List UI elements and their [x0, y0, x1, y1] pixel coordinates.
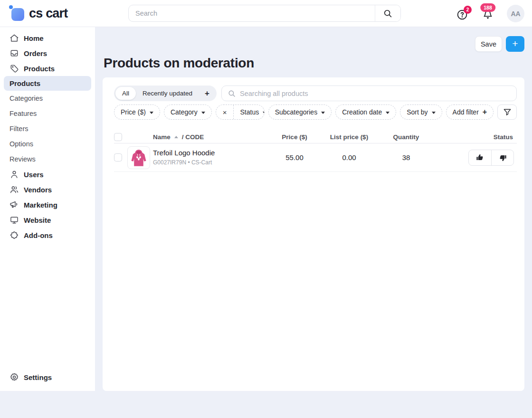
products-table: Name / CODE Price ($) List price ($) Qua… — [114, 131, 517, 172]
sidebar-item-label: Reviews — [10, 155, 36, 163]
cs-cart-logo-icon — [8, 4, 25, 23]
select-all-checkbox[interactable] — [114, 133, 122, 141]
products-search — [221, 86, 517, 101]
monitor-icon — [10, 215, 19, 225]
tag-icon — [10, 64, 19, 73]
search-icon — [383, 9, 393, 19]
filter-chip-status-group: × Status — [216, 104, 265, 120]
sidebar-item-marketing[interactable]: Marketing — [0, 197, 95, 212]
global-search-input[interactable] — [129, 5, 375, 21]
sort-asc-icon — [174, 136, 178, 138]
notifications-button[interactable]: 188 — [481, 7, 494, 21]
tab-recently-updated[interactable]: Recently updated — [136, 87, 199, 100]
sidebar-item-label: Settings — [24, 373, 52, 381]
filter-chip-subcategories[interactable]: Subcategories — [268, 104, 332, 120]
sidebar-subitem-reviews[interactable]: Reviews — [0, 152, 95, 167]
tab-all[interactable]: All — [115, 87, 136, 100]
plus-icon: + — [483, 108, 487, 116]
users-group-icon — [10, 185, 19, 194]
column-list-price[interactable]: List price ($) — [323, 133, 375, 141]
top-header: cs cart 2 188 AA — [0, 0, 532, 27]
moderation-status-toggle — [468, 150, 514, 166]
sidebar-item-label: Products — [10, 79, 40, 87]
product-price: 55.00 — [266, 153, 323, 162]
sidebar-item-label: Filters — [10, 125, 28, 133]
add-product-button[interactable]: + — [506, 36, 524, 52]
plus-icon: + — [512, 38, 518, 48]
notifications-badge: 188 — [480, 3, 495, 12]
tab-add-button[interactable]: + — [199, 87, 215, 100]
filter-chip-status[interactable]: Status — [234, 105, 264, 119]
product-code: G0027IR79N • CS-Cart — [153, 159, 266, 166]
main-content: Save + Products on moderation All Recent… — [95, 27, 532, 418]
help-badge: 2 — [464, 6, 472, 14]
sidebar-item-label: Vendors — [24, 186, 52, 194]
column-name[interactable]: Name — [153, 133, 171, 141]
filter-chip-price[interactable]: Price ($) — [114, 104, 160, 120]
column-code[interactable]: / CODE — [182, 133, 204, 141]
sidebar-item-label: Home — [24, 34, 44, 42]
sidebar-item-home[interactable]: Home — [0, 30, 95, 46]
table-header-row: Name / CODE Price ($) List price ($) Qua… — [114, 131, 517, 143]
chevron-down-icon — [386, 112, 390, 114]
home-icon — [10, 33, 19, 43]
thumbs-down-icon — [498, 153, 507, 162]
filter-chip-sort-by[interactable]: Sort by — [400, 104, 442, 120]
cs-cart-logo-text: cs cart — [29, 6, 67, 21]
sidebar-item-label: Products — [24, 65, 55, 73]
global-search-button[interactable] — [375, 5, 400, 21]
global-search — [128, 5, 401, 22]
filter-chip-creation-date[interactable]: Creation date — [335, 104, 396, 120]
search-icon — [228, 89, 236, 98]
sidebar-subitem-categories[interactable]: Categories — [0, 91, 95, 106]
sidebar-subitem-options[interactable]: Options — [0, 136, 95, 152]
chevron-down-icon — [432, 112, 436, 114]
product-image[interactable] — [127, 146, 150, 169]
product-name-link[interactable]: Trefoil Logo Hoodie — [153, 149, 266, 158]
sidebar-item-orders[interactable]: Orders — [0, 46, 95, 61]
cs-cart-logo[interactable]: cs cart — [8, 4, 67, 23]
funnel-icon — [503, 107, 512, 117]
sidebar-item-label: Options — [10, 140, 33, 148]
sidebar-item-website[interactable]: Website — [0, 212, 95, 228]
products-card: All Recently updated + Price ($) Categor… — [103, 77, 524, 391]
sidebar: Home Orders Products Products Categories… — [0, 27, 95, 391]
chevron-down-icon — [263, 112, 264, 114]
sidebar-subitem-products-active[interactable]: Products — [4, 76, 91, 91]
sidebar-item-label: Orders — [24, 49, 47, 57]
gear-icon — [10, 372, 19, 382]
approve-button[interactable] — [469, 150, 491, 165]
product-list-price: 0.00 — [323, 153, 375, 162]
clear-status-filter-button[interactable]: × — [216, 105, 234, 119]
sidebar-item-label: Marketing — [24, 201, 57, 209]
column-price[interactable]: Price ($) — [266, 133, 323, 141]
sidebar-subitem-features[interactable]: Features — [0, 106, 95, 121]
sidebar-item-addons[interactable]: Add-ons — [0, 228, 95, 243]
add-filter-button[interactable]: Add filter+ — [446, 104, 494, 120]
chevron-down-icon — [321, 112, 325, 114]
table-row: Trefoil Logo Hoodie G0027IR79N • CS-Cart… — [114, 143, 517, 172]
row-checkbox[interactable] — [114, 153, 122, 162]
puzzle-icon — [10, 230, 19, 240]
help-button[interactable]: 2 — [456, 7, 469, 21]
disapprove-button[interactable] — [491, 150, 513, 165]
sidebar-subitem-filters[interactable]: Filters — [0, 121, 95, 136]
close-icon: × — [223, 108, 227, 116]
sidebar-item-products[interactable]: Products — [0, 61, 95, 76]
inbox-icon — [10, 48, 19, 58]
products-search-input[interactable] — [240, 90, 511, 97]
megaphone-icon — [10, 200, 19, 209]
plus-icon: + — [205, 89, 209, 98]
advanced-filter-button[interactable] — [497, 104, 517, 120]
sidebar-item-settings[interactable]: Settings — [0, 370, 95, 385]
chevron-down-icon — [201, 112, 205, 114]
column-quantity[interactable]: Quantity — [375, 133, 437, 141]
thumbs-up-icon — [475, 153, 485, 162]
filter-chip-category[interactable]: Category — [164, 104, 212, 120]
sidebar-item-vendors[interactable]: Vendors — [0, 182, 95, 197]
avatar[interactable]: AA — [507, 5, 524, 22]
page-title: Products on moderation — [104, 56, 254, 71]
save-button[interactable]: Save — [475, 36, 502, 52]
sidebar-item-users[interactable]: Users — [0, 167, 95, 182]
hoodie-image — [128, 147, 150, 169]
